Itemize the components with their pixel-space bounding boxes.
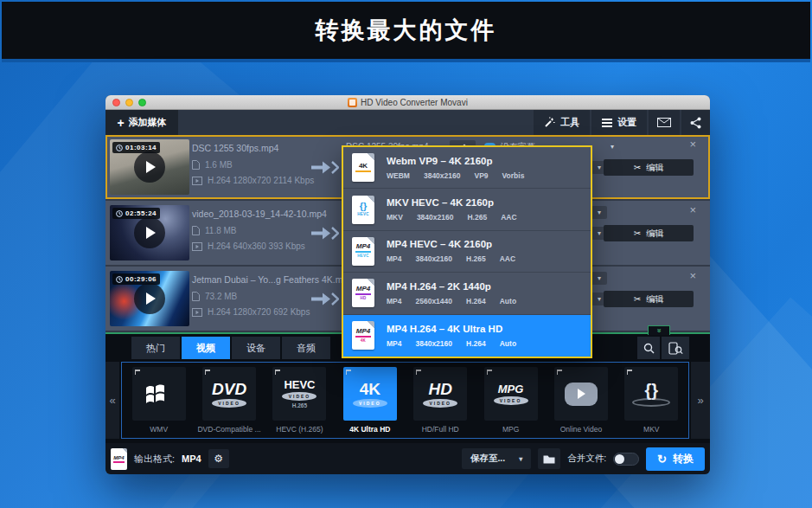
tab-audio[interactable]: 音频 bbox=[282, 337, 330, 359]
file-codec: H.264 1280x720 2114 Kbps bbox=[208, 176, 314, 185]
format-option-text: MKV HEVC – 4K 2160p MKV 3840x2160 H.265 … bbox=[387, 197, 517, 222]
toggle-knob bbox=[615, 454, 624, 464]
scroll-right-button[interactable]: » bbox=[691, 362, 710, 439]
output-format-value: MP4 bbox=[182, 453, 201, 464]
file-codec-row: H.264 1280x720 692 Kbps bbox=[192, 307, 330, 317]
format-tile-label: HEVC (H.265) bbox=[276, 425, 323, 434]
format-tile-mpg[interactable]: MPG VIDEO MPG bbox=[476, 367, 546, 434]
detect-device-button[interactable] bbox=[662, 337, 689, 359]
minimize-window-button[interactable] bbox=[125, 99, 133, 106]
format-option-mp4-h264-4k[interactable]: MP4 4K MP4 H.264 – 4K Ultra HD MP4 3840x… bbox=[343, 315, 591, 357]
edit-button[interactable]: ✂ 编辑 bbox=[604, 159, 694, 176]
app-icon bbox=[348, 98, 357, 107]
format-tile-hevc[interactable]: HEVC VIDEO H.265 HEVC (H.265) bbox=[265, 367, 335, 434]
play-button[interactable] bbox=[134, 217, 165, 248]
video-thumbnail[interactable]: 01:03:14 bbox=[110, 139, 189, 195]
window-title: HD Video Converter Movavi bbox=[361, 98, 468, 107]
online-video-play-icon bbox=[565, 383, 598, 406]
scissors-icon: ✂ bbox=[634, 294, 641, 304]
subtitle-select-caret[interactable]: ▾ bbox=[591, 272, 607, 285]
merge-files-toggle[interactable] bbox=[613, 453, 639, 466]
collapse-panel-button[interactable]: « bbox=[648, 325, 670, 335]
format-tile bbox=[132, 367, 186, 421]
share-button[interactable] bbox=[681, 110, 710, 135]
remove-file-button[interactable]: × bbox=[689, 270, 696, 281]
convert-button[interactable]: ↻ 转换 bbox=[646, 447, 705, 471]
add-media-label: 添加媒体 bbox=[129, 116, 167, 129]
container: MP4 bbox=[387, 339, 401, 348]
container: WEBM bbox=[387, 171, 410, 180]
video-thumbnail[interactable]: 00:29:06 bbox=[110, 271, 189, 326]
format-option-meta: MP4 2560x1440 H.264 Auto bbox=[387, 297, 516, 305]
tab-devices[interactable]: 设备 bbox=[232, 337, 280, 359]
tab-video[interactable]: 视频 bbox=[182, 337, 230, 359]
settings-button[interactable]: 设置 bbox=[591, 110, 647, 135]
video-oval-label: VIDEO bbox=[282, 392, 316, 401]
edit-button[interactable]: ✂ 编辑 bbox=[604, 291, 694, 307]
format-option-meta: MKV 3840x2160 H.265 AAC bbox=[387, 213, 517, 222]
format-option-meta: MP4 3840x2160 H.264 Auto bbox=[387, 339, 516, 348]
format-option-mp4-h264-2k[interactable]: MP4 HD MP4 H.264 – 2K 1440p MP4 2560x144… bbox=[343, 273, 591, 314]
format-tile: 4K VIDEO bbox=[343, 367, 397, 421]
chevron-down-icon: ▾ bbox=[598, 164, 601, 171]
format-tile-dvd[interactable]: DVD VIDEO DVD-Compatible ... bbox=[194, 367, 264, 434]
video-thumbnail[interactable]: 02:55:24 bbox=[110, 205, 189, 260]
doc-badge-bar bbox=[355, 251, 371, 253]
feedback-button[interactable] bbox=[649, 110, 680, 135]
mkv-brace-logo: {} bbox=[645, 382, 659, 399]
format-tile-online-video[interactable]: Online Video bbox=[546, 367, 616, 434]
remove-file-button[interactable]: × bbox=[689, 204, 696, 215]
magic-wand-icon bbox=[544, 117, 555, 128]
format-tile-hd[interactable]: HD VIDEO HD/Full HD bbox=[406, 367, 476, 434]
video-oval-label: VIDEO bbox=[212, 399, 246, 408]
doc-badge-main: MP4 bbox=[356, 328, 370, 335]
edit-button[interactable]: ✂ 编辑 bbox=[604, 225, 694, 241]
output-settings-button[interactable]: ⚙ bbox=[208, 449, 229, 468]
subtitle-select-caret[interactable]: ▾ bbox=[591, 206, 607, 219]
file-size: 11.8 MB bbox=[205, 226, 237, 235]
file-codec-row: H.264 1280x720 2114 Kbps bbox=[192, 176, 330, 185]
file-name: DSC 1255 30fps.mp4 bbox=[192, 143, 330, 153]
mpg-logo-text: MPG bbox=[498, 383, 524, 395]
format-doc-icon: {} HEVC bbox=[352, 196, 374, 224]
output-format-label: 输出格式: bbox=[134, 453, 175, 466]
remove-file-button[interactable]: × bbox=[689, 138, 696, 150]
video-codec-icon bbox=[192, 242, 202, 251]
clock-icon bbox=[116, 145, 123, 151]
folder-button[interactable] bbox=[538, 448, 560, 469]
video-oval-label: VIDEO bbox=[423, 399, 457, 408]
banner-title: 转换最大的文件 bbox=[316, 15, 497, 46]
video-codec: VP9 bbox=[474, 171, 488, 180]
format-option-mp4-hevc[interactable]: MP4 HEVC MP4 HEVC – 4K 2160p MP4 3840x21… bbox=[343, 231, 591, 273]
play-button[interactable] bbox=[134, 283, 165, 314]
search-buttons bbox=[637, 337, 689, 359]
format-option-mkv-hevc[interactable]: {} HEVC MKV HEVC – 4K 2160p MKV 3840x216… bbox=[343, 189, 591, 230]
format-tile-label: HD/Full HD bbox=[422, 425, 459, 434]
doc-badge-main: {} bbox=[360, 202, 368, 211]
search-button[interactable] bbox=[637, 337, 660, 359]
zoom-window-button[interactable] bbox=[138, 99, 146, 106]
format-option-title: MP4 H.264 – 2K 1440p bbox=[387, 281, 516, 292]
resolution: 3840x2160 bbox=[417, 213, 454, 222]
video-codec: H.265 bbox=[467, 213, 487, 222]
resolution: 2560x1440 bbox=[415, 297, 452, 305]
save-to-dropdown[interactable]: 保存至... ▾ bbox=[462, 448, 531, 469]
output-format-bar bbox=[113, 461, 125, 463]
format-tile-4k[interactable]: 4K VIDEO 4K Ultra HD bbox=[335, 367, 405, 434]
format-tile: MPG VIDEO bbox=[484, 367, 538, 421]
scroll-left-button[interactable]: « bbox=[105, 362, 119, 439]
banner: 转换最大的文件 bbox=[2, 2, 810, 62]
tab-popular[interactable]: 热门 bbox=[131, 337, 180, 359]
tools-button[interactable]: 工具 bbox=[534, 110, 590, 135]
format-tile-mkv[interactable]: {} MKV bbox=[617, 367, 687, 434]
format-option-webm-vp9[interactable]: 4K Webm VP9 – 4K 2160p WEBM 3840x2160 VP… bbox=[343, 147, 591, 189]
doc-badge-main: 4K bbox=[359, 163, 368, 170]
output-format-badge: MP4 bbox=[113, 455, 124, 460]
play-button[interactable] bbox=[134, 151, 165, 183]
file-codec-row: H.264 640x360 393 Kbps bbox=[192, 241, 330, 251]
format-tile-wmv[interactable]: WMV bbox=[124, 367, 194, 434]
format-doc-icon: MP4 4K bbox=[352, 321, 374, 350]
titlebar-center: HD Video Converter Movavi bbox=[348, 98, 468, 107]
add-media-button[interactable]: + 添加媒体 bbox=[105, 110, 178, 135]
close-window-button[interactable] bbox=[112, 99, 120, 106]
